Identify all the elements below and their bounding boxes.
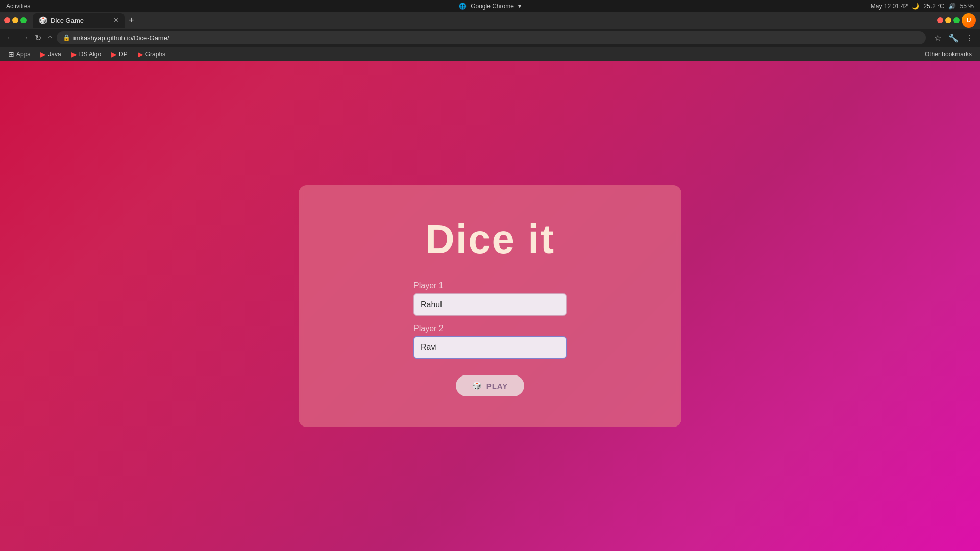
- window-close-button[interactable]: [4, 17, 10, 23]
- new-tab-button[interactable]: +: [125, 15, 138, 26]
- profile-dot-red: [937, 17, 943, 23]
- player1-input[interactable]: [413, 293, 567, 316]
- chrome-label[interactable]: Google Chrome: [471, 3, 514, 10]
- tab-close-button[interactable]: ×: [114, 16, 118, 24]
- profile-avatar[interactable]: U: [962, 13, 976, 28]
- profile-dot-yellow: [945, 17, 951, 23]
- home-button[interactable]: ⌂: [45, 32, 55, 43]
- bookmark-java-label: Java: [48, 51, 61, 58]
- youtube-icon-graphs: ▶: [138, 50, 143, 58]
- bookmark-apps[interactable]: ⊞ Apps: [4, 49, 34, 59]
- chrome-dropdown-icon[interactable]: ▾: [518, 3, 521, 10]
- youtube-icon-java: ▶: [40, 50, 46, 58]
- lock-icon: 🔒: [63, 34, 70, 41]
- bookmark-star-button[interactable]: ☆: [932, 32, 943, 44]
- url-text: imkashyap.github.io/Dice-Game/: [74, 34, 920, 42]
- player2-group: Player 2: [413, 324, 567, 359]
- youtube-icon-ds: ▶: [71, 50, 77, 58]
- player1-group: Player 1: [413, 281, 567, 316]
- toolbar-controls: U: [937, 13, 976, 28]
- player2-input[interactable]: [413, 336, 567, 359]
- datetime: May 12 01:42: [871, 3, 908, 10]
- active-tab[interactable]: 🎲 Dice Game ×: [33, 13, 125, 28]
- bookmark-java[interactable]: ▶ Java: [36, 49, 65, 59]
- url-box[interactable]: 🔒 imkashyap.github.io/Dice-Game/: [57, 31, 926, 44]
- window-controls: [4, 17, 27, 23]
- refresh-button[interactable]: ↻: [33, 32, 43, 44]
- chrome-app-icon: 🌐: [459, 3, 467, 10]
- play-button-label: PLAY: [486, 382, 508, 390]
- bookmark-dp[interactable]: ▶ DP: [107, 49, 132, 59]
- moon-icon: 🌙: [912, 3, 919, 10]
- bookmark-ds-label: DS Algo: [79, 51, 101, 58]
- tab-title: Dice Game: [51, 17, 111, 24]
- youtube-icon-dp: ▶: [111, 50, 117, 58]
- extensions-button[interactable]: 🔧: [946, 32, 961, 44]
- window-maximize-button[interactable]: [20, 17, 27, 23]
- play-dice-icon: 🎲: [472, 381, 482, 390]
- volume-icon[interactable]: 🔊: [948, 3, 956, 10]
- chrome-titlebar: 🎲 Dice Game × + U: [0, 12, 980, 29]
- game-card: Dice it Player 1 Player 2 🎲 PLAY: [299, 185, 681, 427]
- player1-label: Player 1: [413, 281, 567, 290]
- player2-label: Player 2: [413, 324, 567, 333]
- activities-label[interactable]: Activities: [6, 3, 30, 10]
- system-bar: Activities 🌐 Google Chrome ▾ May 12 01:4…: [0, 0, 980, 12]
- tab-bar: 🎲 Dice Game × +: [33, 13, 933, 28]
- profile-dot-green: [953, 17, 960, 23]
- temperature: 25.2 °C: [923, 3, 944, 10]
- bookmark-ds-algo[interactable]: ▶ DS Algo: [67, 49, 105, 59]
- bookmark-graphs[interactable]: ▶ Graphs: [134, 49, 169, 59]
- apps-grid-icon: ⊞: [8, 50, 14, 58]
- bookmark-dp-label: DP: [119, 51, 128, 58]
- address-right-controls: ☆ 🔧 ⋮: [932, 32, 976, 44]
- game-title: Dice it: [425, 216, 555, 263]
- address-bar: ← → ↻ ⌂ 🔒 imkashyap.github.io/Dice-Game/…: [0, 29, 980, 47]
- forward-button[interactable]: →: [18, 32, 31, 43]
- volume-level: 55 %: [960, 3, 974, 10]
- more-options-button[interactable]: ⋮: [964, 32, 976, 44]
- window-minimize-button[interactable]: [12, 17, 18, 23]
- other-bookmarks[interactable]: Other bookmarks: [921, 49, 976, 59]
- webpage-content: Dice it Player 1 Player 2 🎲 PLAY: [0, 61, 980, 551]
- back-button[interactable]: ←: [4, 32, 16, 43]
- tab-favicon: 🎲: [39, 16, 47, 24]
- bookmark-graphs-label: Graphs: [145, 51, 165, 58]
- bookmarks-bar: ⊞ Apps ▶ Java ▶ DS Algo ▶ DP ▶ Graphs Ot…: [0, 47, 980, 61]
- bookmark-apps-label: Apps: [16, 51, 30, 58]
- play-button[interactable]: 🎲 PLAY: [456, 375, 525, 396]
